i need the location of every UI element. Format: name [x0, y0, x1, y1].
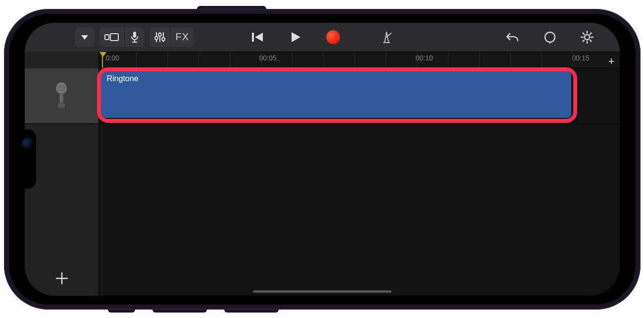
svg-rect-1 [110, 34, 118, 41]
mute-switch [108, 310, 135, 313]
track-view-button[interactable] [99, 27, 124, 48]
toolbar: FX [25, 23, 620, 52]
microphone-icon [130, 31, 140, 43]
sliders-icon [154, 31, 165, 43]
ruler-mark: 00:10 [416, 54, 433, 62]
view-menu-button[interactable] [74, 27, 95, 48]
region-label: Ringtone [107, 74, 139, 83]
track-header[interactable] [25, 68, 99, 124]
fx-label: FX [176, 31, 190, 43]
screen: FX [25, 23, 620, 296]
metronome-button[interactable] [375, 27, 398, 48]
arrangement-area[interactable] [99, 124, 620, 296]
mixer-button[interactable] [149, 27, 170, 48]
ruler-mark: 00:05 [259, 54, 277, 62]
svg-rect-0 [105, 35, 109, 40]
audio-region[interactable]: Ringtone [101, 71, 571, 118]
timeline-ruler[interactable]: 0:00 00:05 00:10 00:15 + [99, 52, 620, 68]
svg-point-7 [545, 32, 555, 42]
svg-point-8 [585, 35, 590, 40]
svg-point-4 [158, 33, 161, 36]
dynamic-island [19, 129, 36, 189]
add-section-button[interactable]: + [608, 55, 615, 68]
ruler-mark: 00:15 [572, 54, 590, 62]
loop-icon [544, 31, 556, 44]
svg-rect-2 [133, 32, 136, 38]
playhead[interactable] [102, 52, 103, 68]
svg-point-9 [56, 82, 67, 94]
ruler-mark: 0:00 [106, 54, 119, 62]
skip-back-icon [251, 31, 265, 43]
settings-button[interactable] [575, 27, 599, 48]
side-button [197, 6, 266, 9]
undo-icon [506, 32, 520, 43]
add-track-button[interactable] [25, 261, 99, 296]
svg-point-3 [155, 37, 158, 40]
undo-button[interactable] [501, 27, 525, 48]
loop-button[interactable] [539, 27, 561, 48]
metronome-icon [380, 30, 394, 44]
fx-button[interactable]: FX [170, 27, 195, 48]
svg-rect-11 [57, 103, 65, 108]
svg-rect-10 [59, 94, 63, 104]
triangle-down-icon [80, 32, 90, 42]
iphone-frame: FX [4, 9, 641, 310]
front-camera [22, 138, 33, 149]
play-icon [290, 31, 301, 43]
volume-up-button [152, 310, 207, 313]
track-lane[interactable]: Ringtone [99, 68, 620, 124]
play-button[interactable] [285, 27, 306, 48]
volume-down-button [224, 310, 279, 313]
plus-icon [54, 271, 69, 286]
microphone-button[interactable] [124, 27, 145, 48]
track-blocks-icon [104, 32, 119, 42]
gear-icon [580, 30, 594, 44]
record-button[interactable] [321, 27, 345, 48]
svg-point-5 [162, 38, 165, 41]
playhead-line [102, 124, 102, 296]
rewind-button[interactable] [246, 27, 270, 48]
svg-rect-6 [252, 33, 254, 42]
record-icon [326, 30, 340, 44]
mic-instrument-icon [52, 82, 70, 109]
home-indicator[interactable] [253, 290, 392, 293]
